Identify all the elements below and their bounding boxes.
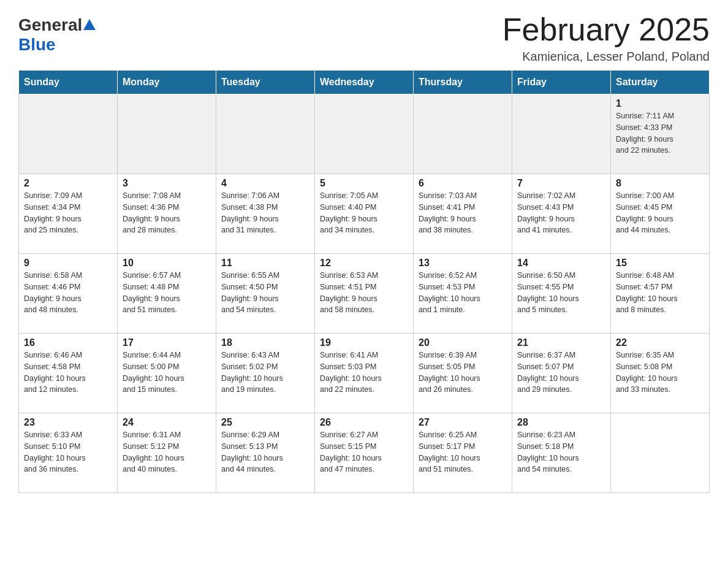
day-info: Sunrise: 6:52 AM Sunset: 4:53 PM Dayligh… (419, 270, 507, 316)
calendar-cell: 13Sunrise: 6:52 AM Sunset: 4:53 PM Dayli… (414, 254, 512, 334)
day-number: 22 (616, 337, 704, 348)
day-number: 9 (24, 258, 112, 269)
day-info: Sunrise: 7:08 AM Sunset: 4:36 PM Dayligh… (123, 190, 211, 236)
logo: General Blue (18, 15, 96, 55)
day-info: Sunrise: 7:06 AM Sunset: 4:38 PM Dayligh… (221, 190, 309, 236)
day-info: Sunrise: 7:11 AM Sunset: 4:33 PM Dayligh… (616, 110, 704, 156)
day-number: 5 (320, 178, 408, 189)
calendar-cell: 17Sunrise: 6:44 AM Sunset: 5:00 PM Dayli… (118, 334, 216, 413)
logo-general-text: General (18, 15, 82, 35)
calendar-cell: 9Sunrise: 6:58 AM Sunset: 4:46 PM Daylig… (19, 254, 118, 334)
month-title: February 2025 (502, 12, 710, 47)
calendar-cell: 12Sunrise: 6:53 AM Sunset: 4:51 PM Dayli… (315, 254, 414, 334)
svg-marker-0 (83, 19, 96, 30)
calendar-cell: 27Sunrise: 6:25 AM Sunset: 5:17 PM Dayli… (414, 413, 512, 493)
day-info: Sunrise: 7:02 AM Sunset: 4:43 PM Dayligh… (517, 190, 605, 236)
day-number: 1 (616, 98, 704, 109)
calendar-cell: 22Sunrise: 6:35 AM Sunset: 5:08 PM Dayli… (611, 334, 710, 413)
day-info: Sunrise: 6:33 AM Sunset: 5:10 PM Dayligh… (24, 429, 112, 475)
logo-blue-text: Blue (18, 35, 56, 55)
calendar-cell (19, 94, 118, 174)
day-number: 11 (221, 258, 309, 269)
calendar-cell: 8Sunrise: 7:00 AM Sunset: 4:45 PM Daylig… (611, 174, 710, 254)
day-of-week-header: Wednesday (315, 71, 414, 94)
day-number: 12 (320, 258, 408, 269)
location-subtitle: Kamienica, Lesser Poland, Poland (502, 50, 710, 64)
day-info: Sunrise: 6:58 AM Sunset: 4:46 PM Dayligh… (24, 270, 112, 316)
day-info: Sunrise: 6:39 AM Sunset: 5:05 PM Dayligh… (419, 350, 507, 396)
day-info: Sunrise: 6:44 AM Sunset: 5:00 PM Dayligh… (123, 350, 211, 396)
day-number: 15 (616, 258, 704, 269)
day-info: Sunrise: 6:46 AM Sunset: 4:58 PM Dayligh… (24, 350, 112, 396)
calendar-cell: 23Sunrise: 6:33 AM Sunset: 5:10 PM Dayli… (19, 413, 118, 493)
calendar-cell: 3Sunrise: 7:08 AM Sunset: 4:36 PM Daylig… (118, 174, 216, 254)
day-number: 4 (221, 178, 309, 189)
calendar-cell: 5Sunrise: 7:05 AM Sunset: 4:40 PM Daylig… (315, 174, 414, 254)
day-info: Sunrise: 6:50 AM Sunset: 4:55 PM Dayligh… (517, 270, 605, 316)
day-number: 16 (24, 337, 112, 348)
day-of-week-header: Tuesday (216, 71, 315, 94)
calendar-cell: 16Sunrise: 6:46 AM Sunset: 4:58 PM Dayli… (19, 334, 118, 413)
logo-flag-icon (83, 18, 96, 30)
day-info: Sunrise: 7:00 AM Sunset: 4:45 PM Dayligh… (616, 190, 704, 236)
calendar-cell: 1Sunrise: 7:11 AM Sunset: 4:33 PM Daylig… (611, 94, 710, 174)
calendar-week-row: 16Sunrise: 6:46 AM Sunset: 4:58 PM Dayli… (19, 334, 710, 413)
day-number: 27 (419, 417, 507, 428)
day-of-week-header: Thursday (414, 71, 512, 94)
day-number: 10 (123, 258, 211, 269)
title-block: February 2025 Kamienica, Lesser Poland, … (502, 12, 710, 64)
day-number: 17 (123, 337, 211, 348)
calendar-cell: 2Sunrise: 7:09 AM Sunset: 4:34 PM Daylig… (19, 174, 118, 254)
day-number: 3 (123, 178, 211, 189)
calendar-cell: 20Sunrise: 6:39 AM Sunset: 5:05 PM Dayli… (414, 334, 512, 413)
day-number: 20 (419, 337, 507, 348)
calendar-cell: 11Sunrise: 6:55 AM Sunset: 4:50 PM Dayli… (216, 254, 315, 334)
day-number: 26 (320, 417, 408, 428)
calendar-cell: 18Sunrise: 6:43 AM Sunset: 5:02 PM Dayli… (216, 334, 315, 413)
calendar-week-row: 9Sunrise: 6:58 AM Sunset: 4:46 PM Daylig… (19, 254, 710, 334)
calendar-cell (512, 94, 611, 174)
day-info: Sunrise: 6:57 AM Sunset: 4:48 PM Dayligh… (123, 270, 211, 316)
day-info: Sunrise: 6:53 AM Sunset: 4:51 PM Dayligh… (320, 270, 408, 316)
calendar-cell: 7Sunrise: 7:02 AM Sunset: 4:43 PM Daylig… (512, 174, 611, 254)
day-info: Sunrise: 6:25 AM Sunset: 5:17 PM Dayligh… (419, 429, 507, 475)
calendar-cell: 19Sunrise: 6:41 AM Sunset: 5:03 PM Dayli… (315, 334, 414, 413)
day-info: Sunrise: 6:43 AM Sunset: 5:02 PM Dayligh… (221, 350, 309, 396)
calendar-cell (611, 413, 710, 493)
calendar-cell: 14Sunrise: 6:50 AM Sunset: 4:55 PM Dayli… (512, 254, 611, 334)
calendar-cell: 4Sunrise: 7:06 AM Sunset: 4:38 PM Daylig… (216, 174, 315, 254)
calendar-week-row: 2Sunrise: 7:09 AM Sunset: 4:34 PM Daylig… (19, 174, 710, 254)
calendar-cell: 26Sunrise: 6:27 AM Sunset: 5:15 PM Dayli… (315, 413, 414, 493)
day-info: Sunrise: 6:37 AM Sunset: 5:07 PM Dayligh… (517, 350, 605, 396)
day-number: 14 (517, 258, 605, 269)
calendar-cell: 21Sunrise: 6:37 AM Sunset: 5:07 PM Dayli… (512, 334, 611, 413)
logo-row: General (18, 15, 96, 35)
day-info: Sunrise: 6:55 AM Sunset: 4:50 PM Dayligh… (221, 270, 309, 316)
calendar-cell: 6Sunrise: 7:03 AM Sunset: 4:41 PM Daylig… (414, 174, 512, 254)
calendar-cell (118, 94, 216, 174)
day-number: 2 (24, 178, 112, 189)
day-number: 18 (221, 337, 309, 348)
calendar-cell (414, 94, 512, 174)
day-number: 25 (221, 417, 309, 428)
page-header: General Blue February 2025 Kamienica, Le… (18, 12, 710, 64)
calendar-cell: 24Sunrise: 6:31 AM Sunset: 5:12 PM Dayli… (118, 413, 216, 493)
day-of-week-header: Friday (512, 71, 611, 94)
calendar-cell (216, 94, 315, 174)
calendar-table: SundayMondayTuesdayWednesdayThursdayFrid… (18, 70, 710, 493)
calendar-week-row: 23Sunrise: 6:33 AM Sunset: 5:10 PM Dayli… (19, 413, 710, 493)
day-of-week-header: Sunday (19, 71, 118, 94)
day-number: 13 (419, 258, 507, 269)
day-number: 6 (419, 178, 507, 189)
day-info: Sunrise: 6:27 AM Sunset: 5:15 PM Dayligh… (320, 429, 408, 475)
day-info: Sunrise: 7:09 AM Sunset: 4:34 PM Dayligh… (24, 190, 112, 236)
day-of-week-header: Saturday (611, 71, 710, 94)
calendar-cell: 25Sunrise: 6:29 AM Sunset: 5:13 PM Dayli… (216, 413, 315, 493)
day-info: Sunrise: 6:29 AM Sunset: 5:13 PM Dayligh… (221, 429, 309, 475)
day-info: Sunrise: 6:35 AM Sunset: 5:08 PM Dayligh… (616, 350, 704, 396)
calendar-week-row: 1Sunrise: 7:11 AM Sunset: 4:33 PM Daylig… (19, 94, 710, 174)
calendar-cell: 10Sunrise: 6:57 AM Sunset: 4:48 PM Dayli… (118, 254, 216, 334)
day-info: Sunrise: 6:23 AM Sunset: 5:18 PM Dayligh… (517, 429, 605, 475)
day-number: 8 (616, 178, 704, 189)
day-number: 19 (320, 337, 408, 348)
